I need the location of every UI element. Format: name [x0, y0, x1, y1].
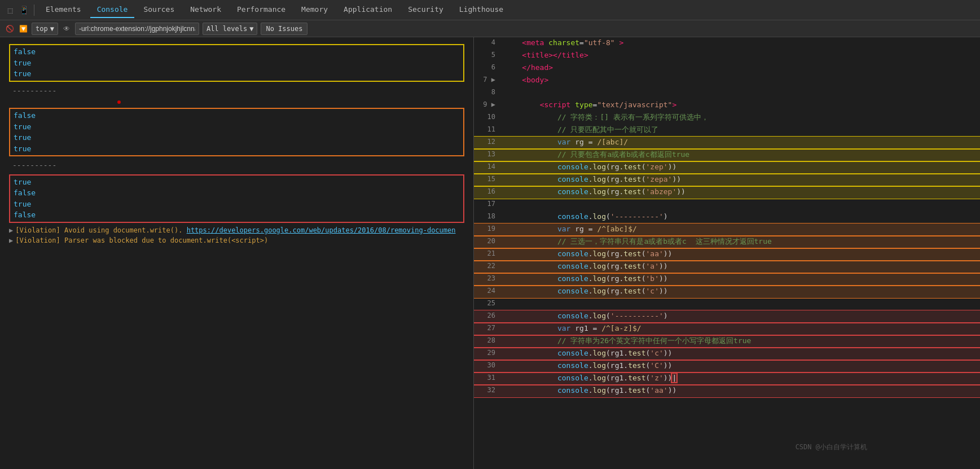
line-content: // 只要匹配其中一个就可以了: [502, 124, 980, 136]
watermark: CSDN @小白自学计算机: [796, 442, 867, 452]
line-content: console.log(rg.test('c')): [502, 286, 980, 297]
console-value: true: [14, 121, 460, 133]
console-panel[interactable]: false true true ---------- false true tr…: [0, 37, 474, 469]
line-number: 16: [474, 186, 502, 197]
line-number: 18: [474, 211, 502, 222]
line-content: </head>: [502, 62, 980, 74]
inspect-icon[interactable]: ⬚: [5, 5, 16, 16]
devtools-tabbar: ⬚ 📱 Elements Console Sources Network Per…: [0, 0, 980, 20]
line-content: console.log(rg.test('abzep')): [502, 186, 980, 198]
line-number: 5: [474, 50, 502, 60]
line-number: 6: [474, 62, 502, 73]
console-value: false: [14, 110, 460, 121]
tab-performance[interactable]: Performance: [230, 2, 292, 18]
line-number: 11: [474, 124, 502, 135]
line-content: // 字符串为26个英文字符中任何一个小写字母都返回true: [502, 335, 980, 347]
line-number: 26: [474, 310, 502, 321]
code-line-22: 22 console.log(rg.test('a')): [474, 261, 980, 273]
line-number: 9 ▶: [474, 99, 502, 110]
line-content: // 字符类：[] 表示有一系列字符可供选中，: [502, 112, 980, 124]
line-content: var rg = /^[abc]$/: [502, 223, 980, 235]
line-content: var rg1 = /^[a-z]$/: [502, 323, 980, 335]
line-number: 30: [474, 360, 502, 371]
levels-chevron-icon: ▼: [249, 25, 253, 33]
code-line-19: 19 var rg = /^[abc]$/: [474, 223, 980, 236]
violation-1: ▶ [Violation] Avoid using document.write…: [5, 225, 469, 235]
console-output: false true true ---------- false true tr…: [0, 40, 473, 248]
console-group-2: false true true true: [9, 108, 464, 156]
code-line-5: 5 <title></title>: [474, 50, 980, 62]
console-value: true: [14, 199, 460, 210]
code-line-21: 21 console.log(rg.test('aa')): [474, 248, 980, 261]
top-dropdown[interactable]: top ▼: [32, 23, 58, 35]
device-icon[interactable]: 📱: [18, 5, 29, 16]
line-content: console.log(rg1.test('c')): [502, 348, 980, 360]
console-toolbar: 🚫 🔽 top ▼ 👁 All levels ▼ No Issues: [0, 20, 980, 37]
code-line-11: 11 // 只要匹配其中一个就可以了: [474, 124, 980, 137]
tab-memory[interactable]: Memory: [295, 2, 335, 18]
console-group-1: false true true: [9, 44, 464, 82]
tab-application[interactable]: Application: [337, 2, 399, 18]
line-content: console.log('----------'): [502, 310, 980, 322]
console-value: true: [14, 143, 460, 155]
code-line-12: 12 var rg = /[abc]/: [474, 137, 980, 149]
line-content: <body>: [502, 74, 980, 86]
clear-console-icon[interactable]: 🚫: [5, 24, 15, 34]
line-number: 12: [474, 137, 502, 147]
console-value: true: [14, 68, 460, 80]
separator-1: ----------: [5, 84, 469, 98]
code-line-20: 20 // 三选一，字符串只有是a或者b或者c 这三种情况才返回true: [474, 236, 980, 248]
line-content: <script type="text/javascript">: [502, 99, 980, 111]
code-line-30: 30 console.log(rg1.test('C')): [474, 360, 980, 372]
tab-security[interactable]: Security: [401, 2, 450, 18]
code-line-32: 32 console.log(rg1.test('aa')): [474, 385, 980, 397]
console-value: true: [14, 177, 460, 188]
line-number: 24: [474, 286, 502, 296]
code-line-9: 9 ▶ <script type="text/javascript">: [474, 99, 980, 112]
line-number: 27: [474, 323, 502, 334]
filter-input[interactable]: [75, 23, 199, 35]
code-line-26: 26 console.log('----------'): [474, 310, 980, 323]
console-value: false: [14, 46, 460, 58]
line-number: 32: [474, 385, 502, 396]
tab-sources[interactable]: Sources: [137, 2, 181, 18]
tab-console[interactable]: Console: [90, 2, 135, 18]
code-panel[interactable]: 4 <meta charset="utf-8" > 5 <title></tit…: [474, 37, 980, 469]
tab-elements[interactable]: Elements: [39, 2, 88, 18]
code-line-15: 15 console.log(rg.test('zepa')): [474, 174, 980, 186]
violation-link-1[interactable]: https://developers.google.com/web/update…: [187, 226, 456, 234]
line-content: console.log(rg1.test('aa')): [502, 385, 980, 397]
code-line-25: 25: [474, 298, 980, 310]
line-number: 19: [474, 223, 502, 234]
line-content: console.log(rg.test('b')): [502, 273, 980, 285]
levels-dropdown[interactable]: All levels ▼: [203, 23, 257, 35]
line-content: console.log(rg.test('zepa')): [502, 174, 980, 186]
code-line-16: 16 console.log(rg.test('abzep')): [474, 186, 980, 199]
line-content: var rg = /[abc]/: [502, 137, 980, 148]
line-number: 14: [474, 161, 502, 172]
line-content: console.log(rg1.test('C')): [502, 360, 980, 372]
line-number: 20: [474, 236, 502, 247]
violation-arrow-icon: ▶: [9, 226, 13, 234]
top-label: top: [36, 25, 48, 33]
code-line-10: 10 // 字符类：[] 表示有一系列字符可供选中，: [474, 112, 980, 124]
code-line-13: 13 // 只要包含有a或者b或者c都返回true: [474, 149, 980, 161]
code-line-18: 18 console.log('----------'): [474, 211, 980, 223]
tab-lighthouse[interactable]: Lighthouse: [452, 2, 510, 18]
line-number: 10: [474, 112, 502, 122]
code-line-6: 6 </head>: [474, 62, 980, 74]
red-dot: [5, 97, 469, 106]
violation-arrow-2-icon: ▶: [9, 236, 13, 244]
eye-icon[interactable]: 👁: [61, 24, 72, 34]
tab-network[interactable]: Network: [183, 2, 228, 18]
line-content: // 三选一，字符串只有是a或者b或者c 这三种情况才返回true: [502, 236, 980, 248]
code-line-7: 7 ▶ <body>: [474, 74, 980, 87]
line-content: console.log(rg.test('zep')): [502, 161, 980, 173]
line-content: <meta charset="utf-8" >: [502, 37, 980, 49]
code-line-29: 29 console.log(rg1.test('c')): [474, 348, 980, 360]
line-number: 13: [474, 149, 502, 160]
code-line-17: 17: [474, 199, 980, 211]
line-number: 31: [474, 372, 502, 383]
line-content: console.log('----------'): [502, 211, 980, 223]
filter-icon[interactable]: 🔽: [18, 24, 28, 34]
